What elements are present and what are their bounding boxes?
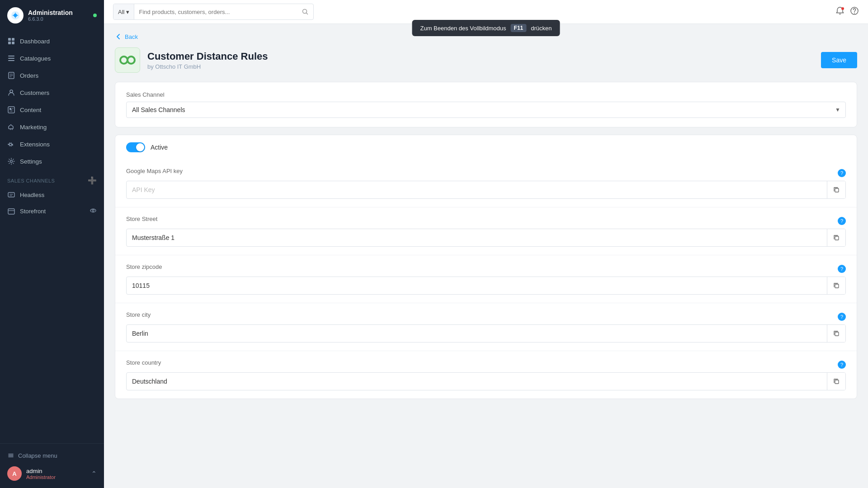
- sidebar-item-extensions[interactable]: Extensions: [0, 136, 104, 153]
- google-maps-api-key-copy-button[interactable]: [827, 181, 845, 198]
- sidebar-item-orders[interactable]: Orders: [0, 67, 104, 84]
- avatar: A: [7, 466, 22, 481]
- save-button[interactable]: Save: [821, 52, 857, 68]
- dropdown-chevron-icon: ▾: [126, 9, 129, 15]
- field-store-city: Store city ?: [115, 303, 857, 351]
- field-store-street: Store Street ?: [115, 207, 857, 255]
- svg-point-20: [854, 13, 855, 14]
- topbar-icons: [835, 6, 859, 18]
- svg-rect-14: [8, 209, 14, 214]
- google-maps-api-key-input[interactable]: [127, 182, 827, 197]
- svg-rect-13: [8, 192, 14, 197]
- settings-icon: [7, 157, 15, 165]
- sidebar-item-label: Dashboard: [20, 38, 50, 45]
- dashboard-icon: [7, 37, 15, 45]
- svg-rect-1: [8, 38, 11, 41]
- store-country-input-wrap: [126, 372, 846, 390]
- page-title-block: Customer Distance Rules by Ottscho IT Gm…: [147, 51, 814, 70]
- svg-rect-25: [835, 284, 839, 288]
- store-city-input[interactable]: [127, 326, 827, 341]
- help-icon[interactable]: [850, 6, 859, 18]
- sidebar-item-content[interactable]: Content: [0, 101, 104, 118]
- sidebar-item-settings[interactable]: Settings: [0, 153, 104, 170]
- customers-icon: [7, 89, 15, 97]
- search-input-wrap: [134, 9, 297, 15]
- store-zipcode-label: Store zipcode: [126, 263, 162, 270]
- active-label: Active: [151, 144, 168, 151]
- sidebar-footer: Collapse menu A admin Administrator ⌃: [0, 443, 104, 488]
- catalogue-icon: [7, 54, 15, 62]
- search-prefix-button[interactable]: All ▾: [113, 4, 134, 19]
- sidebar-item-label: Storefront: [20, 208, 46, 215]
- svg-point-12: [10, 160, 13, 163]
- search-prefix-container: All ▾: [113, 4, 314, 20]
- store-street-copy-button[interactable]: [827, 229, 845, 246]
- headless-icon: [7, 191, 15, 199]
- sidebar-item-label: Headless: [20, 192, 44, 198]
- svg-rect-11: [9, 108, 11, 110]
- search-input[interactable]: [139, 9, 292, 15]
- sidebar-item-catalogues[interactable]: Catalogues: [0, 50, 104, 67]
- svg-rect-3: [8, 42, 11, 44]
- main-nav: Dashboard Catalogues Orders Customers: [0, 29, 104, 443]
- store-zipcode-info-icon[interactable]: ?: [838, 265, 846, 273]
- svg-point-21: [120, 56, 127, 64]
- search-icon[interactable]: [297, 8, 313, 15]
- topbar: All ▾ Zum Beenden des Vollbildmodus F11 …: [104, 0, 868, 24]
- store-zipcode-input[interactable]: [127, 278, 827, 293]
- store-street-info-icon[interactable]: ?: [838, 217, 846, 225]
- add-sales-channel-button[interactable]: ➕: [88, 176, 97, 185]
- config-card: Active Google Maps API key ?: [115, 135, 857, 399]
- user-name: admin: [26, 468, 87, 474]
- user-menu-toggle[interactable]: ⌃: [91, 470, 97, 477]
- collapse-menu-button[interactable]: Collapse menu: [7, 449, 97, 462]
- page-subtitle: by Ottscho IT GmbH: [147, 63, 814, 70]
- svg-rect-7: [8, 60, 14, 61]
- sidebar-item-storefront[interactable]: Storefront: [0, 203, 104, 220]
- svg-rect-5: [8, 56, 14, 56]
- field-store-zipcode: Store zipcode ?: [115, 255, 857, 303]
- store-country-input[interactable]: [127, 374, 827, 389]
- marketing-icon: [7, 123, 15, 131]
- svg-rect-4: [12, 42, 14, 44]
- sidebar-item-headless[interactable]: Headless: [0, 187, 104, 203]
- store-country-info-icon[interactable]: ?: [838, 361, 846, 369]
- svg-point-18: [841, 7, 844, 10]
- sidebar-item-label: Marketing: [20, 124, 47, 131]
- store-city-info-icon[interactable]: ?: [838, 313, 846, 321]
- user-row: A admin Administrator ⌃: [7, 462, 97, 483]
- store-zipcode-input-wrap: [126, 277, 846, 295]
- store-country-copy-button[interactable]: [827, 373, 845, 390]
- extensions-icon: [7, 140, 15, 148]
- store-street-input-wrap: [126, 229, 846, 247]
- notifications-icon[interactable]: [835, 6, 844, 18]
- sidebar-item-marketing[interactable]: Marketing: [0, 118, 104, 136]
- user-info: admin Administrator: [26, 468, 87, 480]
- sales-channel-select[interactable]: All Sales ChannelsHeadlessStorefront: [126, 102, 846, 118]
- main-content: All ▾ Zum Beenden des Vollbildmodus F11 …: [104, 0, 868, 488]
- store-street-label: Store Street: [126, 216, 157, 222]
- sales-channel-select-wrap: All Sales ChannelsHeadlessStorefront ▼: [126, 102, 846, 118]
- store-city-copy-button[interactable]: [827, 325, 845, 342]
- active-toggle[interactable]: [126, 142, 145, 152]
- svg-rect-6: [8, 58, 14, 59]
- svg-rect-2: [12, 38, 14, 41]
- svg-rect-26: [835, 332, 839, 336]
- store-zipcode-copy-button[interactable]: [827, 277, 845, 294]
- active-toggle-row: Active: [115, 135, 857, 160]
- svg-rect-27: [835, 380, 839, 384]
- app-name: Administration: [28, 9, 73, 17]
- storefront-visibility-icon[interactable]: [90, 207, 97, 216]
- svg-point-9: [10, 90, 13, 93]
- sidebar-item-label: Content: [20, 107, 41, 113]
- sidebar-item-dashboard[interactable]: Dashboard: [0, 33, 104, 50]
- sidebar-item-customers[interactable]: Customers: [0, 84, 104, 101]
- store-street-input[interactable]: [127, 230, 827, 245]
- svg-point-22: [127, 56, 135, 64]
- sidebar-item-label: Orders: [20, 72, 38, 79]
- back-link[interactable]: Back: [115, 33, 857, 40]
- google-maps-api-key-info-icon[interactable]: ?: [838, 169, 846, 177]
- sales-channel-label: Sales Channel: [126, 91, 846, 98]
- page-header: Customer Distance Rules by Ottscho IT Gm…: [115, 47, 857, 73]
- sidebar-item-label: Customers: [20, 89, 49, 96]
